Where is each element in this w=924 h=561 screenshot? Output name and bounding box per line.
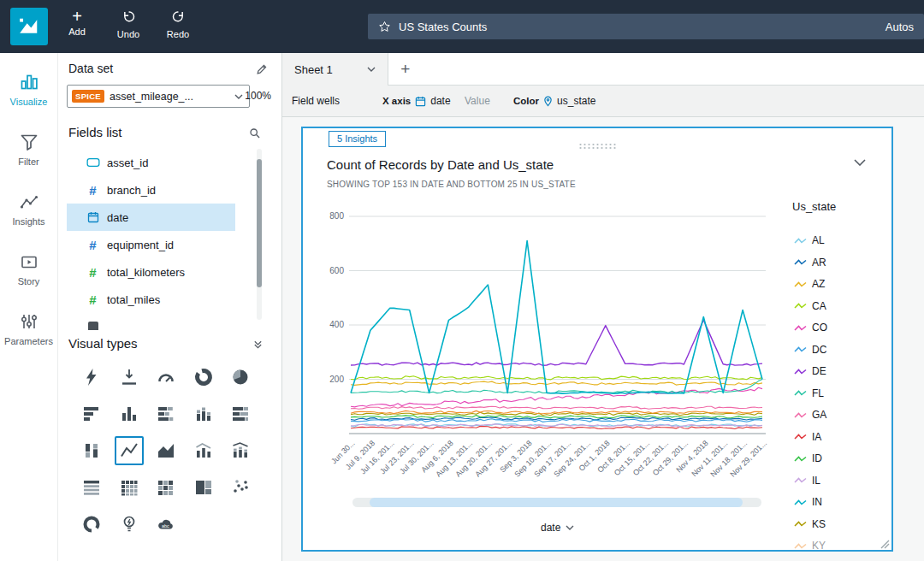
chart-legend: Us_state ALARAZCACODCDEFLGAIAIDILINKSKY	[792, 128, 888, 550]
legend-mark-icon	[794, 432, 807, 441]
add-sheet-button[interactable]: +	[388, 53, 423, 85]
chart-horizontal-scrollbar[interactable]	[352, 498, 761, 507]
visual-type-heat-map[interactable]	[151, 473, 181, 502]
legend-item-AL[interactable]: AL	[794, 232, 825, 249]
visual-type-radial-chart[interactable]	[77, 510, 106, 539]
svg-text:abc: abc	[162, 523, 169, 529]
legend-label: FL	[812, 387, 824, 399]
resize-handle-icon[interactable]	[880, 540, 890, 549]
measure-field-icon: #	[86, 265, 100, 280]
visual-type-horizontal-stacked-100-bar[interactable]	[226, 399, 255, 428]
spice-badge: SPICE	[72, 90, 104, 103]
edit-pencil-icon[interactable]	[256, 63, 268, 75]
line-chart-plot[interactable]	[349, 211, 766, 439]
redo-button-label: Redo	[158, 29, 198, 39]
add-button[interactable]: + Add	[57, 9, 97, 37]
measure-field-icon: #	[86, 292, 100, 307]
dataset-panel: Data set SPICE asset_mileage_... 100% Fi…	[58, 53, 282, 561]
drag-handle[interactable]	[578, 143, 616, 149]
rail-item-insights[interactable]: Insights	[0, 190, 57, 250]
visual-type-vertical-bar[interactable]	[115, 399, 144, 428]
dataset-select[interactable]: SPICE asset_mileage_...	[67, 85, 250, 108]
dataset-name: asset_mileage_...	[110, 91, 193, 103]
legend-item-ID[interactable]: ID	[794, 450, 822, 467]
rail-item-parameters[interactable]: Parameters	[0, 310, 57, 369]
field-item-asset_id[interactable]: asset_id	[67, 149, 235, 176]
visual-type-kpi[interactable]	[115, 363, 144, 392]
visual-type-tree-map[interactable]	[189, 473, 218, 502]
fields-scrollbar[interactable]	[257, 149, 262, 320]
analysis-title: US States Counts	[399, 21, 487, 33]
visual-type-horizontal-bar[interactable]	[77, 399, 106, 428]
legend-item-CO[interactable]: CO	[794, 319, 827, 336]
scrollbar-thumb[interactable]	[370, 498, 743, 507]
field-item-equipment_id[interactable]: #equipment_id	[67, 231, 235, 258]
rail-item-label: Story	[18, 276, 40, 286]
visual-type-table[interactable]	[77, 473, 106, 502]
visual-type-stacked-combo-bar-line[interactable]	[226, 436, 255, 465]
visual-type-scatter-plot[interactable]	[226, 473, 255, 502]
field-item-total_kilometers[interactable]: #total_kilometers	[67, 258, 235, 286]
legend-item-IL[interactable]: IL	[794, 472, 820, 489]
legend-item-DE[interactable]: DE	[794, 363, 826, 380]
field-item-branch_id[interactable]: #branch_id	[67, 176, 235, 204]
field-wells-bar[interactable]: Field wells X axis date Value Color us_s…	[282, 86, 924, 117]
y-axis-label: 800	[315, 211, 344, 221]
legend-item-KY[interactable]: KY	[794, 537, 826, 550]
field-item-partial[interactable]	[67, 313, 235, 330]
y-axis-label: 600	[315, 266, 344, 275]
legend-label: IL	[812, 475, 820, 487]
field-item-date[interactable]: date	[67, 204, 235, 231]
analysis-title-bar[interactable]: US States Counts Autos	[368, 14, 924, 39]
legend-item-GA[interactable]: GA	[794, 406, 826, 423]
legend-item-AZ[interactable]: AZ	[794, 275, 825, 292]
visual-type-insights[interactable]	[115, 510, 144, 539]
visual-type-gauge[interactable]	[151, 363, 181, 392]
visual-type-combo-bar-line[interactable]	[189, 436, 218, 465]
search-icon[interactable]	[249, 127, 261, 139]
legend-item-KS[interactable]: KS	[794, 516, 826, 533]
field-item-total_miles[interactable]: #total_miles	[67, 286, 235, 313]
legend-item-FL[interactable]: FL	[794, 385, 824, 402]
visual-type-horizontal-stacked-bar[interactable]	[151, 399, 181, 428]
visual-type-pie-chart[interactable]	[226, 363, 255, 392]
legend-mark-icon	[794, 280, 807, 289]
star-icon[interactable]	[378, 21, 391, 33]
quicksight-logo-icon	[15, 12, 44, 41]
chevron-down-icon[interactable]	[367, 67, 376, 72]
rail-item-visualize[interactable]: Visualize	[0, 70, 57, 130]
x-axis-well[interactable]: X axis date	[382, 95, 451, 107]
x-axis-field-control[interactable]: date	[541, 522, 574, 534]
x-axis-well-value: date	[430, 95, 450, 107]
visual-type-area-line-chart[interactable]	[151, 436, 181, 465]
color-well[interactable]: Color us_state	[513, 95, 595, 107]
rail-item-filter[interactable]: Filter	[0, 130, 57, 190]
quicksight-logo[interactable]	[10, 8, 48, 45]
legend-item-IN[interactable]: IN	[794, 493, 822, 511]
visual-type-pivot-table[interactable]	[115, 473, 144, 502]
legend-label: IA	[812, 431, 821, 443]
rail-item-story[interactable]: Story	[0, 250, 57, 310]
legend-item-IA[interactable]: IA	[794, 428, 821, 446]
visual-type-word-cloud[interactable]: abc	[151, 510, 181, 539]
legend-item-DC[interactable]: DC	[794, 341, 826, 358]
legend-item-CA[interactable]: CA	[794, 298, 826, 315]
value-well[interactable]: Value	[465, 95, 490, 107]
legend-mark-icon	[794, 257, 807, 267]
visual-type-vertical-stacked-100-bar[interactable]	[77, 436, 106, 465]
insights-badge[interactable]: 5 Insights	[329, 131, 386, 147]
tab-sheet1[interactable]: Sheet 1	[282, 53, 388, 86]
visual-type-donut-chart[interactable]	[189, 363, 218, 392]
visual-type-line-chart[interactable]	[115, 436, 144, 465]
legend-mark-icon	[794, 301, 807, 310]
legend-item-AR[interactable]: AR	[794, 254, 826, 271]
visual-card[interactable]: 5 Insights Count of Records by Date and …	[301, 127, 893, 552]
redo-button[interactable]: Redo	[158, 9, 198, 39]
undo-button[interactable]: Undo	[109, 9, 148, 39]
visual-type-vertical-stacked-bar[interactable]	[189, 399, 218, 428]
chevron-down-icon	[234, 94, 243, 99]
fields-scrollbar-thumb[interactable]	[257, 159, 262, 287]
collapse-double-chevron-icon[interactable]	[253, 340, 263, 349]
rail-item-label: Parameters	[4, 336, 53, 346]
visual-type-auto-graph[interactable]	[77, 363, 106, 392]
